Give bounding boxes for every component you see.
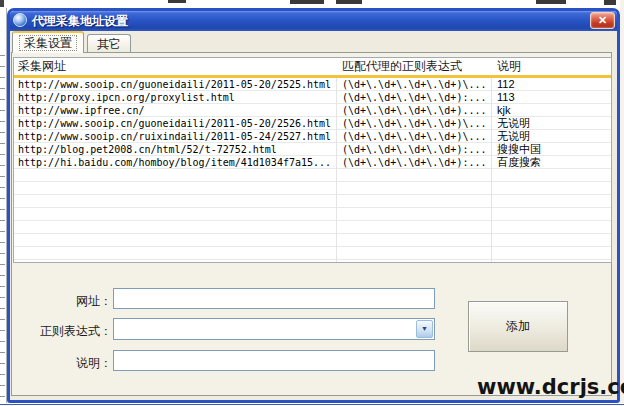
column-header-url[interactable]: 采集网址 xyxy=(18,58,66,75)
table-row[interactable]: http://blog.pet2008.cn/html/52/t-72752.h… xyxy=(14,143,611,156)
table-cell-desc: 112 xyxy=(497,78,609,91)
background-window-left-sliver xyxy=(0,8,7,404)
close-button[interactable]: ✕ xyxy=(590,12,615,29)
table-cell-regex: (\d+\.\d+\.\d+\.\d+).... xyxy=(342,104,490,117)
tab-label: 其它 xyxy=(97,37,121,51)
background-window-right-sliver xyxy=(620,0,624,406)
background-window-top-sliver xyxy=(0,0,624,8)
table-cell-url: http://proxy.ipcn.org/proxylist.html xyxy=(18,91,334,104)
table-cell-url: http://www.sooip.cn/guoneidaili/2011-05-… xyxy=(18,78,334,91)
background-grid-lines xyxy=(0,45,5,402)
table-row[interactable]: http://www.sooip.cn/guoneidaili/2011-05-… xyxy=(14,117,611,130)
watermark: www.dcrjs.com xyxy=(477,375,624,399)
table-cell-regex: (\d+\.\d+\.\d+\.\d+)\... xyxy=(342,130,490,143)
app-icon xyxy=(13,13,27,27)
tab-panel: 采集网址 匹配代理的正则表达式 说明 http://www.sooip.cn/g… xyxy=(11,52,612,396)
table-cell-url: http://www.sooip.cn/ruixindaili/2011-05-… xyxy=(18,130,334,143)
table-cell-regex: (\d+\.\d+\.\d+\.\d+):... xyxy=(342,91,490,104)
regex-combobox-dropdown-button[interactable]: ▼ xyxy=(416,320,433,338)
table-cell-desc: 无说明 xyxy=(497,117,609,130)
tab-other[interactable]: 其它 xyxy=(87,34,131,53)
background-text-fragment xyxy=(536,0,566,4)
table-row[interactable]: http://hi.baidu.com/homboy/blog/item/41d… xyxy=(14,156,611,169)
table-row[interactable]: http://www.ipfree.cn/ (\d+\.\d+\.\d+\.\d… xyxy=(14,104,611,117)
background-text-fragment xyxy=(290,0,324,4)
background-text-fragment xyxy=(0,0,4,7)
table-row[interactable]: http://www.sooip.cn/guoneidaili/2011-05-… xyxy=(14,78,611,91)
table-cell-url: http://www.sooip.cn/guoneidaili/2011-05-… xyxy=(18,117,334,130)
column-header-desc[interactable]: 说明 xyxy=(497,58,521,75)
table-row[interactable]: http://proxy.ipcn.org/proxylist.html (\d… xyxy=(14,91,611,104)
proxy-settings-dialog: 代理采集地址设置 ✕ 采集设置 其它 采集网址 匹配代理的正则表达式 说明 ht… xyxy=(7,8,620,403)
table-cell-regex: (\d+\.\d+\.\d+\.\d+)\... xyxy=(342,78,490,91)
background-window-border-line xyxy=(0,404,624,405)
url-input[interactable] xyxy=(113,288,435,309)
titlebar[interactable]: 代理采集地址设置 ✕ xyxy=(10,11,617,31)
background-text-fragment xyxy=(336,0,362,4)
tab-strip: 采集设置 其它 xyxy=(12,31,131,53)
window-title: 代理采集地址设置 xyxy=(32,13,128,30)
table-cell-url: http://www.ipfree.cn/ xyxy=(18,104,334,117)
desc-label: 说明： xyxy=(16,355,112,372)
regex-combobox[interactable]: ▼ xyxy=(113,318,435,340)
table-cell-regex: (\d+\.\d+\.\d+\.\d+):... xyxy=(342,143,490,156)
table-cell-desc: 搜搜中国 xyxy=(497,143,609,156)
table-cell-url: http://blog.pet2008.cn/html/52/t-72752.h… xyxy=(18,143,334,156)
table-cell-desc: 百度搜索 xyxy=(497,156,609,169)
table-cell-url: http://hi.baidu.com/homboy/blog/item/41d… xyxy=(18,156,334,169)
add-button[interactable]: 添加 xyxy=(468,301,568,352)
table-body: http://www.sooip.cn/guoneidaili/2011-05-… xyxy=(14,78,611,169)
proxy-source-listview[interactable]: 采集网址 匹配代理的正则表达式 说明 http://www.sooip.cn/g… xyxy=(13,57,612,263)
table-cell-regex: (\d+\.\d+\.\d+\.\d+)\... xyxy=(342,117,490,130)
tab-label: 采集设置 xyxy=(19,35,77,51)
desc-input[interactable] xyxy=(113,350,435,371)
tab-collection-settings[interactable]: 采集设置 xyxy=(12,31,84,53)
url-label: 网址： xyxy=(16,293,112,310)
listview-header: 采集网址 匹配代理的正则表达式 说明 xyxy=(14,58,611,76)
table-cell-desc: kjk xyxy=(497,104,609,117)
background-text-fragment xyxy=(604,0,616,5)
listview-body: http://www.sooip.cn/guoneidaili/2011-05-… xyxy=(14,78,611,262)
table-cell-regex: (\d+\.\d+\.\d+\.\d+):... xyxy=(342,156,490,169)
close-icon: ✕ xyxy=(598,14,607,26)
table-row[interactable]: http://www.sooip.cn/ruixindaili/2011-05-… xyxy=(14,130,611,143)
table-cell-desc: 113 xyxy=(497,91,609,104)
regex-label: 正则表达式： xyxy=(16,323,112,340)
column-header-regex[interactable]: 匹配代理的正则表达式 xyxy=(342,58,462,75)
background-text-fragment xyxy=(168,0,186,3)
table-cell-desc: 无说明 xyxy=(497,130,609,143)
chevron-down-icon: ▼ xyxy=(417,321,432,337)
